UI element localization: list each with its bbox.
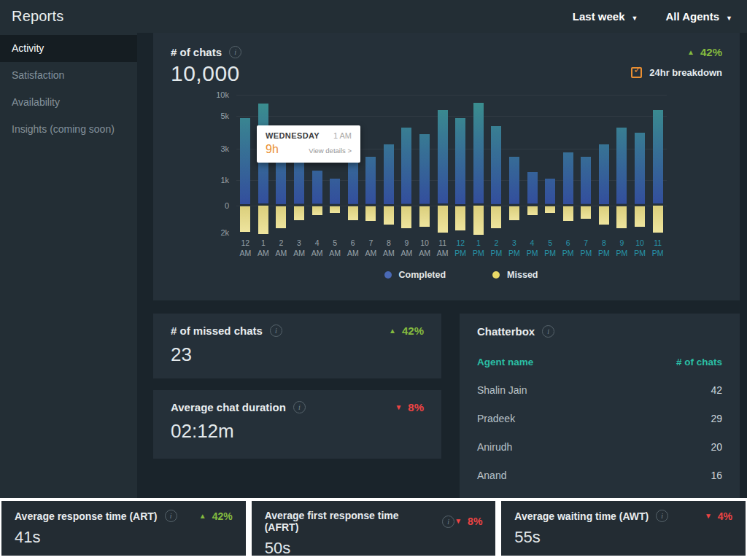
missed-chats-card: # of missed chats ▲ 42% 23 xyxy=(153,314,441,378)
bar-missed[interactable] xyxy=(473,206,484,235)
chat-duration-value: 02:12m xyxy=(171,420,424,443)
sidebar-item-availability[interactable]: Availability xyxy=(0,89,137,116)
legend-item-missed[interactable]: Missed xyxy=(492,270,538,280)
bar-completed[interactable] xyxy=(491,126,501,204)
bar-completed[interactable] xyxy=(419,134,430,204)
bar-missed[interactable] xyxy=(294,206,304,220)
afrt-value: 50s xyxy=(265,539,483,558)
bar-missed[interactable] xyxy=(616,206,627,229)
chart-column xyxy=(649,95,667,233)
bar-missed[interactable] xyxy=(635,206,645,228)
chart-column xyxy=(362,95,380,233)
chart-column xyxy=(487,95,506,233)
bar-missed[interactable] xyxy=(527,206,538,216)
bar-missed[interactable] xyxy=(384,206,394,225)
bar-completed[interactable] xyxy=(240,118,250,204)
info-icon[interactable] xyxy=(656,510,668,522)
chat-count-cell: 16 xyxy=(711,470,722,481)
bar-missed[interactable] xyxy=(455,206,465,230)
y-axis-tick: 2k xyxy=(201,228,229,237)
stat-card-title: Average waiting time (AWT) xyxy=(514,510,649,522)
chart-card-title: # of chats xyxy=(171,46,222,58)
bar-completed[interactable] xyxy=(616,128,627,204)
missed-dot-icon xyxy=(492,271,500,279)
bar-missed[interactable] xyxy=(438,206,448,233)
x-axis-tick: 3PM xyxy=(506,238,524,258)
view-details-link[interactable]: View details > xyxy=(309,147,352,155)
bar-missed[interactable] xyxy=(581,206,591,219)
chart-column xyxy=(506,95,524,233)
top-bar: Reports Last week All Agents xyxy=(0,0,747,33)
bar-completed[interactable] xyxy=(312,171,322,203)
bar-completed[interactable] xyxy=(635,133,645,204)
bar-missed[interactable] xyxy=(545,206,555,213)
agents-dropdown[interactable]: All Agents xyxy=(665,10,732,23)
x-axis-tick: 9AM xyxy=(398,238,416,258)
bar-completed[interactable] xyxy=(653,110,663,204)
x-axis-tick: 8PM xyxy=(595,238,614,258)
awt-value: 55s xyxy=(514,528,732,547)
reports-dashboard: Reports Last week All Agents ActivitySat… xyxy=(0,0,747,560)
bar-missed[interactable] xyxy=(419,206,430,228)
chart-column xyxy=(326,95,344,233)
bar-missed[interactable] xyxy=(276,206,286,229)
bar-completed[interactable] xyxy=(438,110,448,204)
change-badge: ▼ 8% xyxy=(454,516,482,527)
chart-card-header: # of chats 10,000 ▲ 42% 24hr breakdown xyxy=(171,46,722,86)
timerange-dropdown[interactable]: Last week xyxy=(573,10,638,23)
info-icon[interactable] xyxy=(293,401,306,413)
chart-column xyxy=(272,95,290,233)
bar-missed[interactable] xyxy=(653,206,663,233)
checked-checkbox-icon[interactable] xyxy=(631,67,642,78)
bar-missed[interactable] xyxy=(312,206,322,216)
bar-completed[interactable] xyxy=(455,118,465,204)
bar-missed[interactable] xyxy=(563,206,573,221)
sidebar-item-insights-coming-soon[interactable]: Insights (coming soon) xyxy=(0,116,137,143)
bar-completed[interactable] xyxy=(545,179,555,204)
bar-completed[interactable] xyxy=(384,144,394,204)
bar-completed[interactable] xyxy=(330,179,340,204)
bar-missed[interactable] xyxy=(330,206,340,213)
trend-arrow-icon: ▲ xyxy=(687,49,694,56)
bar-completed[interactable] xyxy=(527,172,538,203)
bar-columns xyxy=(236,95,667,233)
bar-completed[interactable] xyxy=(563,152,573,204)
bottom-stats-strip: Average response time (ART) ▲ 42% 41s Av… xyxy=(0,498,747,560)
bar-completed[interactable] xyxy=(581,157,591,204)
bar-completed[interactable] xyxy=(365,157,376,204)
sidebar-item-satisfaction[interactable]: Satisfaction xyxy=(0,62,137,89)
bar-missed[interactable] xyxy=(491,206,501,229)
info-icon[interactable] xyxy=(542,325,554,338)
bar-missed[interactable] xyxy=(599,206,609,225)
bar-missed[interactable] xyxy=(348,206,358,220)
x-axis-tick: 3AM xyxy=(290,238,309,258)
bar-completed[interactable] xyxy=(401,128,411,204)
chatterbox-card: Chatterbox Agent name # of chats Shalin … xyxy=(460,314,740,498)
bar-missed[interactable] xyxy=(401,206,411,229)
sidebar-nav-list: ActivitySatisfactionAvailabilityInsights… xyxy=(0,33,137,143)
sidebar-item-activity[interactable]: Activity xyxy=(0,35,137,62)
chart-column xyxy=(595,95,614,233)
info-icon[interactable] xyxy=(442,516,454,528)
bar-missed[interactable] xyxy=(240,206,250,232)
legend-label: Missed xyxy=(507,270,538,280)
bar-completed[interactable] xyxy=(509,157,519,204)
bar-missed[interactable] xyxy=(365,206,376,221)
bar-missed[interactable] xyxy=(258,206,268,234)
legend-item-completed[interactable]: Completed xyxy=(384,270,446,280)
agents-value: All Agents xyxy=(665,10,719,23)
trend-arrow-icon: ▼ xyxy=(454,518,462,525)
bar-completed[interactable] xyxy=(599,144,609,204)
y-axis-tick: 5k xyxy=(201,112,229,120)
info-icon[interactable] xyxy=(165,510,177,522)
completed-dot-icon xyxy=(384,271,392,279)
stat-card-title: Average response time (ART) xyxy=(15,510,158,522)
total-chats-value: 10,000 xyxy=(171,61,241,86)
table-row: Anirudh20 xyxy=(477,441,722,453)
x-axis-tick: 4AM xyxy=(308,238,326,258)
breakdown-toggle[interactable]: 24hr breakdown xyxy=(631,67,722,78)
info-icon[interactable] xyxy=(270,324,282,337)
bar-missed[interactable] xyxy=(509,206,519,220)
bar-completed[interactable] xyxy=(473,103,484,203)
info-icon[interactable] xyxy=(229,46,241,58)
